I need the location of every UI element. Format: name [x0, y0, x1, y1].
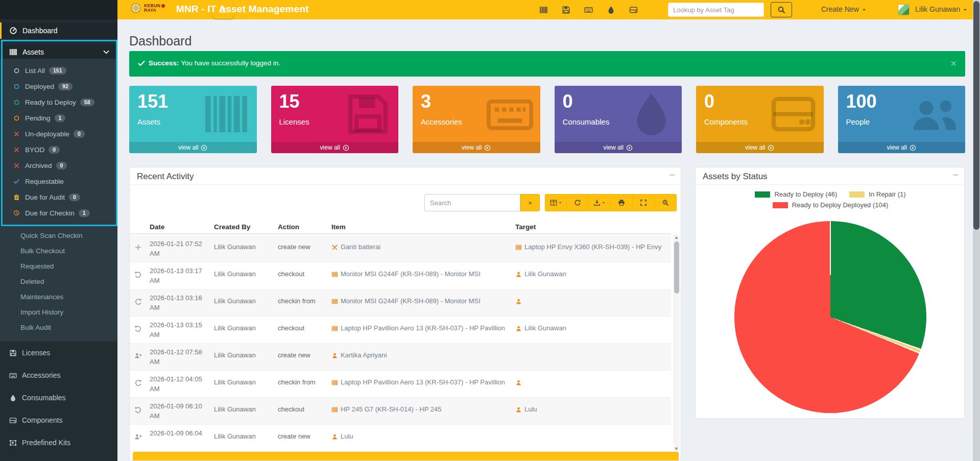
wrench-icon: [331, 244, 338, 251]
expand-button[interactable]: [633, 194, 655, 211]
view-all-link[interactable]: view all: [555, 142, 682, 153]
create-new-menu[interactable]: Create New: [821, 5, 867, 13]
item-link[interactable]: Monitor MSI G244F (KR-SH-089) - Monitor …: [341, 270, 481, 278]
count-badge: 0: [56, 162, 67, 170]
stat-label: Components: [704, 117, 748, 126]
page-scrollbar[interactable]: [973, 0, 980, 461]
scroll-down-arrow[interactable]: ▼: [673, 446, 680, 452]
item-link[interactable]: Laptop HP Pavillion Aero 13 (KR-SH-037) …: [341, 378, 505, 386]
alert-close-button[interactable]: ✕: [950, 59, 957, 68]
sidebar-item-licenses[interactable]: Licenses: [0, 342, 117, 364]
activity-search-input[interactable]: [424, 194, 520, 211]
sidebar-item-label: Due for Checkin: [25, 209, 75, 217]
target-link[interactable]: Lulu: [524, 405, 537, 413]
stat-box-accessories[interactable]: 3Accessoriesview all: [413, 86, 540, 153]
sidebar-item-accessories[interactable]: Accessories: [0, 364, 117, 386]
sidebar-item-due-for-checkin[interactable]: Due for Checkin1: [0, 205, 117, 221]
scroll-up-arrow[interactable]: ▲: [673, 234, 680, 240]
item-link[interactable]: Ganti batterai: [341, 243, 380, 251]
sidebar-item-list-all[interactable]: List All151: [0, 63, 117, 79]
page-scrollbar-thumb[interactable]: [973, 1, 979, 230]
sidebar-item-predefined-kits[interactable]: Predefined Kits: [0, 431, 117, 454]
stat-box-consumables[interactable]: 0Consumablesview all: [555, 86, 682, 153]
sidebar-item-byod[interactable]: BYOD0: [0, 142, 117, 158]
target-link[interactable]: Laptop HP Envy X360 (KR-SH-039) - HP Env…: [524, 243, 661, 251]
arrow-circle-icon: [484, 144, 491, 151]
stat-box-assets[interactable]: 151Assetsview all: [129, 86, 257, 153]
view-all-link[interactable]: view all: [413, 142, 540, 153]
legend-item[interactable]: Ready to Deploy Deployed (104): [773, 201, 889, 209]
item-link[interactable]: HP 245 G7 (KR-SH-014) - HP 245: [341, 405, 442, 413]
stat-box-people[interactable]: 100Peopleview all: [838, 86, 966, 153]
sidebar-item-deployed[interactable]: Deployed92: [0, 79, 117, 94]
navbar-droplet-link[interactable]: [607, 5, 615, 14]
barcode-icon: [9, 48, 17, 56]
sidebar-item-maintenances[interactable]: Maintenances: [0, 289, 117, 305]
sidebar-item-archived[interactable]: Archived0: [0, 158, 117, 174]
user-avatar[interactable]: [898, 4, 910, 15]
table-scrollbar-thumb[interactable]: [674, 241, 679, 294]
item-link[interactable]: Monitor MSI G244F (KR-SH-089) - Monitor …: [341, 297, 481, 305]
clear-search-button[interactable]: ×: [520, 194, 540, 211]
refresh-button[interactable]: [567, 194, 589, 211]
sidebar-item-requestable[interactable]: Requestable: [0, 174, 117, 189]
sidebar-brand-area: [0, 0, 117, 19]
legend-label: Ready to Deploy Deployed (104): [792, 201, 889, 209]
sidebar-item-consumables[interactable]: Consumables: [0, 386, 117, 409]
sidebar-item-bulk-checkout[interactable]: Bulk Checkout: [0, 244, 117, 259]
sidebar-item-deleted[interactable]: Deleted: [0, 274, 117, 289]
sidebar-item-ready-to-deploy[interactable]: Ready to Deploy58: [0, 94, 117, 110]
legend-item[interactable]: Ready to Deploy (46): [755, 190, 837, 198]
sidebar-item-people[interactable]: People: [0, 454, 117, 461]
download-button[interactable]: [589, 194, 611, 211]
assets-submenu: List All151Deployed92Ready to Deploy58Pe…: [0, 59, 117, 226]
navbar-keyboard-link[interactable]: [584, 5, 593, 14]
sidebar-item-un-deployable[interactable]: Un-deployable0: [0, 126, 117, 142]
cell-created-by: Lilik Gunawan: [214, 317, 275, 333]
sidebar-item-quick-scan-checkin[interactable]: Quick Scan Checkin: [0, 228, 117, 244]
sidebar-item-components[interactable]: Components: [0, 409, 117, 431]
cell-date: 2026-01-13 03:17 AM: [150, 262, 207, 286]
cell-action: create new: [278, 235, 329, 252]
item-link[interactable]: Lulu: [341, 432, 353, 440]
stat-box-licenses[interactable]: 15Licensesview all: [271, 86, 399, 153]
legend-item[interactable]: In Repair (1): [849, 190, 905, 198]
sidebar-item-label: Requestable: [25, 178, 64, 185]
sidebar-item-import-history[interactable]: Import History: [0, 305, 117, 320]
item-link[interactable]: Laptop HP Pavillion Aero 13 (KR-SH-037) …: [341, 324, 505, 332]
view-all-link[interactable]: view all: [696, 142, 824, 153]
navbar-floppy-link[interactable]: [562, 5, 570, 14]
view-all-link[interactable]: view all: [838, 142, 966, 153]
view-all-link[interactable]: view all: [271, 142, 399, 153]
asset-tag-search-input[interactable]: [668, 3, 764, 17]
count-badge: 1: [79, 209, 90, 217]
sidebar-item-due-for-audit[interactable]: Due for Audit0: [0, 189, 117, 205]
column-header-item: Item: [331, 223, 346, 231]
navbar-barcode-link[interactable]: [539, 5, 548, 14]
view-all-link[interactable]: view all: [129, 142, 257, 153]
sidebar-item-bulk-audit[interactable]: Bulk Audit: [0, 320, 117, 335]
sidebar-item-requested[interactable]: Requested: [0, 259, 117, 274]
sidebar-item-dashboard[interactable]: Dashboard: [0, 22, 117, 39]
sidebar-item-pending[interactable]: Pending1: [0, 110, 117, 126]
item-link[interactable]: Kartika Apriyani: [341, 351, 387, 359]
legend-label: Ready to Deploy (46): [774, 190, 837, 198]
print-button[interactable]: [611, 194, 633, 211]
collapse-panel-button[interactable]: –: [670, 169, 675, 180]
navbar-hdd-link[interactable]: [629, 5, 638, 14]
zoom-in-button[interactable]: [655, 194, 677, 211]
collapse-panel-button[interactable]: –: [953, 169, 958, 180]
table-scrollbar[interactable]: ▲ ▼: [673, 234, 680, 452]
sidebar-item-assets[interactable]: Assets: [0, 45, 117, 59]
cell-target: Lilik Gunawan: [515, 262, 668, 279]
times-icon: [13, 147, 20, 153]
stat-box-components[interactable]: 0Componentsview all: [696, 86, 824, 153]
view-all-button[interactable]: View All: [133, 452, 679, 461]
target-link[interactable]: Lilik Gunawan: [524, 324, 566, 332]
stat-label: Licenses: [279, 117, 309, 126]
app-logo[interactable]: KEBUNRAYA: [130, 2, 165, 14]
search-button[interactable]: [771, 2, 792, 17]
user-menu[interactable]: Lilik Gunawan: [915, 5, 968, 13]
columns-button[interactable]: [545, 194, 567, 211]
target-link[interactable]: Lilik Gunawan: [524, 270, 566, 278]
